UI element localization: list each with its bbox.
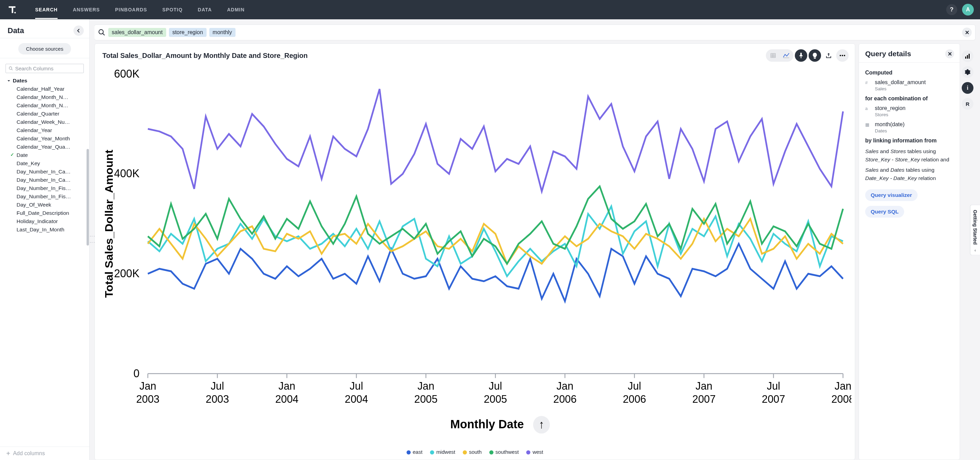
svg-text:Jul: Jul (488, 380, 502, 392)
column-item[interactable]: Calendar_Quarter (7, 110, 87, 118)
line-chart[interactable]: 0200K400K600KTotal Sales_Dollar_AmountJa… (98, 65, 851, 444)
svg-text:Jan: Jan (418, 380, 434, 392)
svg-point-11 (842, 55, 843, 56)
svg-rect-5 (771, 53, 776, 57)
column-item[interactable]: Day_Number_In_Fis… (7, 184, 87, 193)
column-item[interactable]: Date_Key (7, 159, 87, 167)
r-icon: R (966, 101, 970, 107)
foreach-field: astore_regionStores (865, 105, 953, 117)
legend-item[interactable]: southwest (489, 449, 519, 455)
scrollbar-thumb[interactable] (87, 149, 89, 245)
column-item[interactable]: Day_Number_In_Ca… (7, 167, 87, 176)
info-button[interactable]: i (962, 82, 974, 94)
settings-button[interactable] (962, 66, 974, 78)
svg-rect-57 (969, 54, 970, 59)
chart-config-button[interactable] (962, 50, 974, 62)
table-icon (770, 53, 776, 59)
hash-icon: # (865, 80, 871, 85)
nav-answers[interactable]: ANSWERS (73, 1, 100, 19)
foreach-field-source: Stores (875, 112, 905, 117)
app-logo-icon[interactable] (6, 4, 18, 16)
column-item[interactable]: Calendar_Month_N… (7, 93, 87, 101)
more-actions-button[interactable] (836, 49, 849, 62)
svg-text:Jan: Jan (695, 380, 713, 392)
search-pill[interactable]: sales_dollar_amount (108, 28, 166, 37)
computed-field-source: Sales (875, 86, 926, 91)
search-pill[interactable]: monthly (209, 28, 235, 37)
tree-section-dates[interactable]: Dates (7, 76, 87, 85)
spotiq-button[interactable] (809, 49, 821, 62)
column-item[interactable]: Day_Number_In_Ca… (7, 176, 87, 184)
sidebar-splitter[interactable]: ⋮⋮ (90, 19, 94, 460)
column-item[interactable]: Holiday_Indicator (7, 217, 87, 226)
clear-search-button[interactable]: ✕ (962, 28, 972, 37)
svg-text:600K: 600K (114, 67, 140, 80)
column-item[interactable]: Calendar_Half_Year (7, 85, 87, 93)
search-columns-input[interactable] (15, 65, 81, 72)
legend-item[interactable]: east (407, 449, 422, 455)
search-icon (9, 66, 13, 71)
table-view-toggle[interactable] (767, 50, 780, 61)
column-item[interactable]: Calendar_Week_Nu… (7, 118, 87, 126)
query-sql-button[interactable]: Query SQL (865, 206, 904, 218)
top-nav: SEARCHANSWERSPINBOARDSSPOTIQDATAADMIN ? … (0, 0, 980, 19)
r-analysis-button[interactable]: R (962, 98, 974, 110)
search-columns-field[interactable] (6, 64, 84, 73)
data-sidebar: Data Choose sources Dates Calendar_Half_… (0, 19, 90, 460)
help-button[interactable]: ? (946, 4, 957, 15)
choose-sources-button[interactable]: Choose sources (18, 43, 71, 54)
line-chart-icon (783, 53, 790, 59)
chart-card: Total Sales_Dollar_Amount by Monthly Dat… (94, 43, 855, 460)
svg-text:Jul: Jul (628, 380, 641, 392)
share-button[interactable] (822, 49, 835, 62)
legend-item[interactable]: midwest (430, 449, 455, 455)
query-visualizer-button[interactable]: Query visualizer (865, 189, 918, 201)
computed-heading: Computed (865, 70, 953, 76)
search-bar[interactable]: sales_dollar_amountstore_regionmonthly ✕ (94, 25, 975, 40)
svg-text:2008: 2008 (831, 393, 851, 405)
svg-text:Jul: Jul (767, 380, 780, 392)
svg-text:Jan: Jan (278, 380, 295, 392)
nav-spotiq[interactable]: SPOTIQ (162, 1, 183, 19)
svg-line-2 (11, 69, 13, 70)
user-avatar[interactable]: A (962, 4, 974, 16)
foreach-heading: for each combination of (865, 96, 953, 102)
pin-button[interactable] (795, 49, 807, 62)
legend-item[interactable]: south (463, 449, 482, 455)
getting-started-tab[interactable]: Getting Started ‹ (970, 204, 980, 255)
getting-started-label: Getting Started (972, 210, 978, 245)
column-item[interactable]: Calendar_Month_N… (7, 101, 87, 110)
legend-item[interactable]: west (526, 449, 543, 455)
column-item[interactable]: Full_Date_Description (7, 209, 87, 217)
sidebar-collapse-button[interactable] (73, 25, 84, 36)
view-toggle (766, 49, 794, 62)
column-item[interactable]: Calendar_Year_Month (7, 134, 87, 143)
plus-icon: + (6, 451, 10, 456)
column-item[interactable]: Day_Number_In_Fis… (7, 193, 87, 201)
svg-text:400K: 400K (114, 167, 140, 180)
search-pill[interactable]: store_region (169, 28, 207, 37)
close-details-button[interactable]: ✕ (945, 49, 954, 58)
add-columns-button[interactable]: + Add columns (0, 447, 89, 460)
columns-tree: Dates Calendar_Half_YearCalendar_Month_N… (0, 76, 89, 447)
column-item[interactable]: Calendar_Year (7, 126, 87, 134)
nav-search[interactable]: SEARCH (35, 1, 57, 19)
nav-admin[interactable]: ADMIN (227, 1, 245, 19)
svg-rect-56 (967, 55, 968, 59)
search-icon (98, 29, 105, 36)
nav-pinboards[interactable]: PINBOARDS (115, 1, 147, 19)
column-item[interactable]: Date (7, 151, 87, 159)
column-item[interactable]: Last_Day_In_Month (7, 226, 87, 234)
svg-point-0 (14, 12, 16, 13)
column-item[interactable]: Day_Of_Week (7, 201, 87, 209)
svg-text:↑: ↑ (539, 418, 544, 431)
svg-text:Monthly Date: Monthly Date (450, 417, 524, 431)
chart-title: Total Sales_Dollar_Amount by Monthly Dat… (102, 52, 308, 60)
foreach-field: ▦month(date)Dates (865, 121, 953, 134)
chart-view-toggle[interactable] (780, 50, 793, 61)
nav-data[interactable]: DATA (198, 1, 212, 19)
lightbulb-icon (812, 53, 818, 59)
svg-text:2004: 2004 (275, 393, 299, 405)
svg-text:Jan: Jan (139, 380, 156, 392)
column-item[interactable]: Calendar_Year_Qua… (7, 143, 87, 151)
